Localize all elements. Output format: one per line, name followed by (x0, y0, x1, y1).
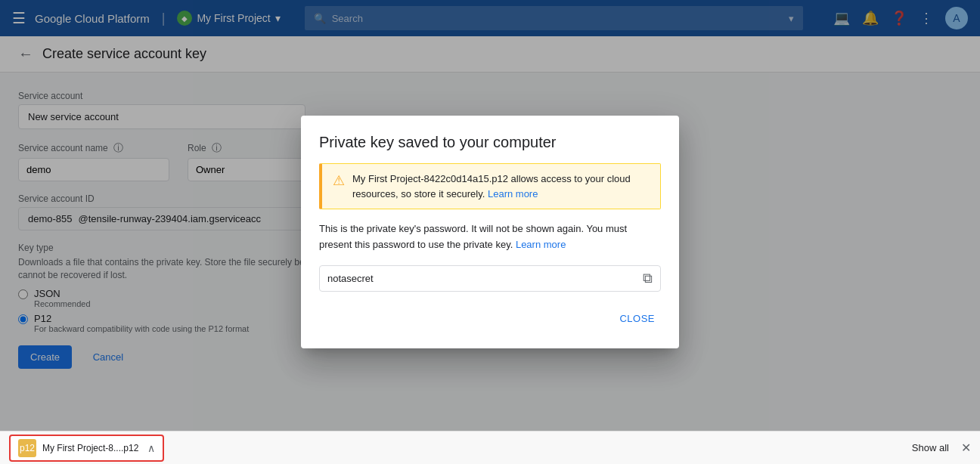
dialog-title: Private key saved to your computer (319, 134, 661, 151)
bottom-bar-right: Show all ✕ (912, 441, 971, 455)
show-all-button[interactable]: Show all (912, 442, 949, 453)
dialog-body-text: This is the private key's password. It w… (319, 221, 661, 253)
download-item[interactable]: p12 My First Project-8....p12 ∧ (9, 435, 164, 462)
download-filename: My First Project-8....p12 (42, 443, 138, 453)
download-chevron-icon[interactable]: ∧ (147, 442, 155, 454)
warning-icon: ⚠ (333, 172, 345, 189)
secret-input[interactable] (327, 273, 643, 284)
modal-overlay: Private key saved to your computer ⚠ My … (0, 0, 980, 464)
secret-input-row: ⧉ (319, 265, 661, 292)
close-button[interactable]: CLOSE (613, 307, 661, 330)
bottom-bar: p12 My First Project-8....p12 ∧ Show all… (0, 431, 980, 464)
copy-icon[interactable]: ⧉ (643, 271, 653, 286)
dialog-actions: CLOSE (319, 307, 661, 330)
close-bar-button[interactable]: ✕ (961, 441, 971, 455)
dialog: Private key saved to your computer ⚠ My … (301, 116, 679, 348)
download-file-icon: p12 (18, 439, 36, 457)
warning-box: ⚠ My First Project-8422c0d14a15.p12 allo… (319, 163, 661, 209)
warning-learn-more-link[interactable]: Learn more (488, 188, 538, 200)
body-learn-more-link[interactable]: Learn more (516, 239, 566, 250)
warning-text: My First Project-8422c0d14a15.p12 allows… (352, 172, 650, 201)
